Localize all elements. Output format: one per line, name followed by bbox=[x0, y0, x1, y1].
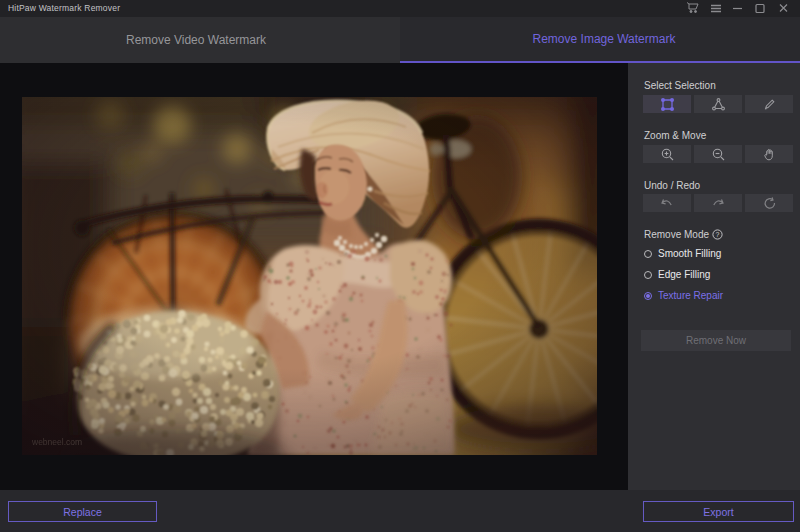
svg-text:?: ? bbox=[715, 231, 719, 238]
